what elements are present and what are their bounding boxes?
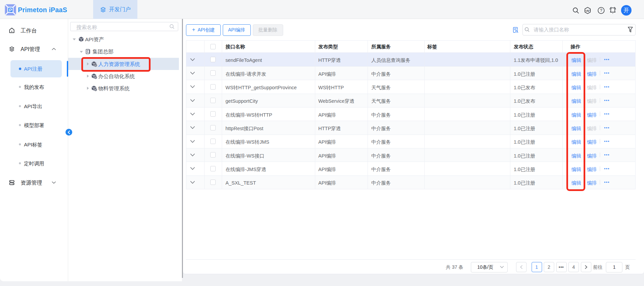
svg-text:AI: AI <box>586 9 589 13</box>
svg-text:P: P <box>9 7 12 13</box>
svg-text:?: ? <box>600 8 602 13</box>
